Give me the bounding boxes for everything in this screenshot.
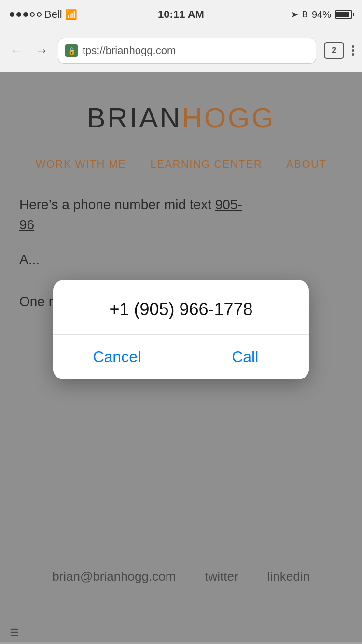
carrier-label: Bell [44,8,62,21]
call-button[interactable]: Call [181,335,309,379]
more-dot-3 [352,53,354,56]
status-bar: Bell 📶 10:11 AM ➤ B 94% [0,0,362,29]
forward-button[interactable]: → [33,41,50,60]
url-bar[interactable]: 🔒 tps://brianhogg.com [58,38,316,64]
url-text: tps://brianhogg.com [83,44,309,57]
signal-dot-2 [16,12,21,17]
signal-dot-4 [30,12,35,17]
more-dot-1 [352,45,354,48]
wifi-icon: 📶 [65,9,77,20]
bluetooth-icon: B [302,10,308,20]
battery-icon [335,10,352,19]
dialog-phone-number: +1 (905) 966-1778 [53,280,309,335]
more-menu-button[interactable] [352,45,354,56]
status-left: Bell 📶 [10,8,77,21]
status-right: ➤ B 94% [291,9,352,20]
signal-dot-5 [37,12,42,17]
cancel-button[interactable]: Cancel [53,335,181,379]
call-dialog: +1 (905) 966-1778 Cancel Call [53,280,309,379]
tabs-button[interactable]: 2 [324,42,344,59]
signal-dot-3 [23,12,28,17]
browser-toolbar: ← → 🔒 tps://brianhogg.com 2 [0,29,362,72]
back-button[interactable]: ← [8,41,25,60]
secure-lock-icon: 🔒 [65,44,78,57]
page-content: BRIANHOGG WORK WITH ME LEARNING CENTER A… [0,72,362,642]
signal-dot-1 [10,12,14,17]
dialog-buttons: Cancel Call [53,335,309,379]
battery-percentage: 94% [312,9,331,20]
status-time: 10:11 AM [158,8,204,21]
more-dot-2 [352,49,354,52]
signal-strength [10,12,42,17]
battery-fill [336,12,349,17]
tabs-count: 2 [332,45,336,56]
location-icon: ➤ [291,9,298,20]
